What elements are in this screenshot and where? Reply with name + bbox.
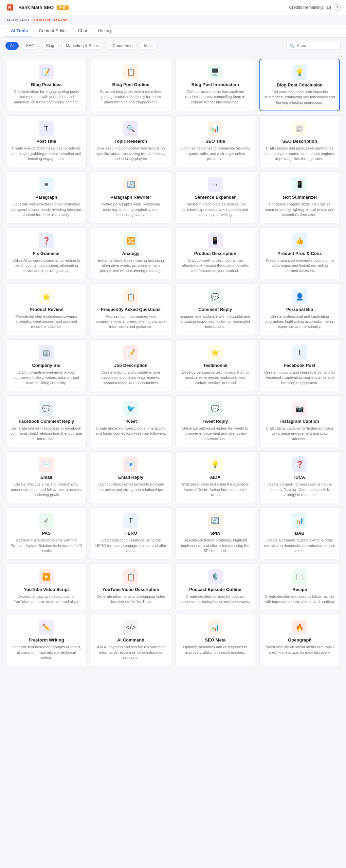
tool-card-job-description[interactable]: 📝Job DescriptionCreate enticing and comp… (91, 339, 171, 391)
tool-card-email[interactable]: ✉️EmailCreate effective emails for promo… (6, 451, 87, 503)
filter-bar: All SEO Blog Marketing & Sales eCommerce… (0, 38, 346, 54)
tool-card-facebook-post[interactable]: fFacebook PostCreate intriguing and shar… (259, 339, 340, 391)
tool-card-blog-post-idea[interactable]: 📝Blog Post IdeaGet fresh ideas for engag… (6, 59, 87, 111)
tool-desc-facebook-comment-reply: Generate relevant responses to Facebook … (11, 426, 82, 441)
tool-card-seo-description[interactable]: 📰SEO DescriptionCraft concise and persua… (259, 115, 340, 167)
tool-card-product-pros-cons[interactable]: 👍Product Pros & ConsPresent balanced ove… (259, 228, 340, 279)
tab-content-editor[interactable]: Content Editor (33, 25, 72, 37)
tool-name-email: Email (40, 475, 52, 480)
tool-name-post-title: Post Title (36, 139, 56, 144)
tool-card-text-summarizer[interactable]: 📱Text SummarizerCondense complex texts i… (259, 171, 340, 223)
tool-name-topic-research: Topic Research (114, 139, 147, 144)
tool-card-podcast-outline[interactable]: 🎙️Podcast Episode OutlineCreate detailed… (175, 564, 256, 610)
filter-ecommerce[interactable]: eCommerce (106, 42, 137, 50)
tool-name-facebook-post: Facebook Post (284, 363, 315, 368)
tool-desc-bab: Create a compelling Before-After-Bridge … (264, 538, 335, 553)
tool-card-paragraph[interactable]: ≡ParagraphGenerate well-structured and i… (6, 171, 87, 223)
tool-name-idca: IDCA (294, 475, 305, 480)
top-bar-left: R Rank Math SEO PRO (5, 3, 69, 12)
filter-all[interactable]: All (5, 42, 19, 50)
help-icon[interactable]: ? (334, 4, 341, 11)
tool-card-facebook-comment-reply[interactable]: 💬Facebook Comment ReplyGenerate relevant… (6, 395, 87, 447)
search-box[interactable]: 🔍 (287, 42, 341, 50)
tool-card-paragraph-rewriter[interactable]: 🔄Paragraph RewriterRefine paragraphs whi… (91, 171, 171, 223)
tool-card-youtube-description[interactable]: 📋YouTube Video DescriptionGenerate infor… (91, 564, 171, 610)
tool-card-blog-post-conclusion[interactable]: 💡Blog Post ConclusionEnd your blog posts… (259, 59, 340, 111)
filter-seo[interactable]: SEO (21, 42, 39, 50)
tool-card-idca[interactable]: ❓IDCACreate compelling messages using th… (259, 451, 340, 503)
tool-desc-testimonial: Develop persuasive testimonials sharing … (180, 370, 251, 386)
tool-card-comment-reply[interactable]: 💬Comment ReplyEngage your audience with … (175, 283, 256, 335)
tool-card-hero[interactable]: THEROCraft captivating headlines using t… (91, 507, 171, 559)
tool-card-freeform-writing[interactable]: ✏️Freeform WritingGenerate text based on… (6, 614, 87, 666)
tool-name-product-pros-cons: Product Pros & Cons (277, 251, 322, 256)
tool-desc-fix-grammar: Utilize AI-powered grammar correction to… (11, 258, 82, 274)
tool-card-pas[interactable]: ✓PASAddress customer problems with the P… (6, 507, 87, 559)
tool-desc-hero: Craft captivating headlines using the HE… (95, 538, 167, 553)
tool-card-instagram-caption[interactable]: 📷Instagram CaptionCraft catchy captions … (259, 395, 340, 447)
tool-card-recipe[interactable]: 🍽️RecipeCreate detailed and easy-to-foll… (259, 564, 340, 610)
breadcrumb-dashboard[interactable]: DASHBOARD (5, 18, 29, 22)
tool-card-post-title[interactable]: TPost TitleCreate eye-catching headlines… (6, 115, 87, 167)
tool-name-youtube-description: YouTube Video Description (102, 587, 159, 592)
tool-card-blog-post-outline[interactable]: 📋Blog Post OutlineStructure blog posts w… (91, 59, 171, 111)
tool-desc-spin: Describe customer problems, highlight im… (180, 538, 251, 553)
tool-card-blog-post-introduction[interactable]: 🖥️Blog Post IntroductionCraft attractive… (175, 59, 256, 111)
breadcrumb: DASHBOARD / CONTENT AI NEW! (0, 15, 346, 25)
tool-card-tweet-reply[interactable]: 💬Tweet ReplyGenerate optimized replies f… (175, 395, 256, 447)
tool-card-email-reply[interactable]: 📧Email ReplyCraft courteous email replie… (91, 451, 171, 503)
tool-name-analogy: Analogy (122, 251, 139, 256)
filter-marketing[interactable]: Marketing & Sales (61, 42, 103, 50)
tool-card-product-description[interactable]: 📱Product DescriptionCraft compelling des… (175, 228, 256, 279)
tool-card-seo-title[interactable]: 📊SEO TitleOptimize headlines for enhance… (175, 115, 256, 167)
tool-card-aida[interactable]: 💡AIDAWrite persuasive text using the Att… (175, 451, 256, 503)
tool-icon-product-pros-cons: 👍 (292, 233, 307, 248)
tool-card-product-review[interactable]: ⭐Product ReviewProvide detailed evaluati… (6, 283, 87, 335)
tool-name-freeform-writing: Freeform Writing (29, 637, 64, 643)
tool-card-personal-bio[interactable]: 👤Personal BioCreate professional and cap… (259, 283, 340, 335)
filter-misc[interactable]: Misc (140, 42, 157, 50)
tool-name-paragraph: Paragraph (35, 195, 57, 200)
tool-card-seo-meta[interactable]: 📊SEO MetaOptimize headlines and descript… (175, 614, 256, 666)
tool-desc-analogy: Enhance clarity by rephrasing text using… (95, 258, 167, 274)
tool-card-spin[interactable]: 🔄SPINDescribe customer problems, highlig… (175, 507, 256, 559)
tool-desc-facebook-post: Create intriguing and shareable content … (264, 370, 335, 386)
tool-icon-testimonial: ⭐ (208, 345, 223, 360)
tool-icon-email-reply: 📧 (123, 457, 138, 472)
tool-card-ai-command[interactable]: </>AI CommandAsk AI anything and receive… (91, 614, 171, 666)
filter-blog[interactable]: Blog (42, 42, 59, 50)
tool-icon-paragraph: ≡ (39, 177, 54, 192)
tool-icon-podcast-outline: 🎙️ (208, 569, 223, 584)
tool-card-sentence-expander[interactable]: ↔️Sentence ExpanderTransform incomplete … (175, 171, 256, 223)
tool-desc-pas: Address customer problems with the Probl… (11, 538, 82, 553)
tool-card-testimonial[interactable]: ⭐TestimonialDevelop persuasive testimoni… (175, 339, 256, 391)
tool-icon-ai-command: </> (123, 620, 138, 635)
tool-card-faq[interactable]: 📋Frequently Asked QuestionsAddress commo… (91, 283, 171, 335)
tool-desc-product-review: Provide detailed evaluations covering st… (11, 314, 82, 330)
tool-card-tweet[interactable]: 🐦TweetCreate engaging tweets, boost inte… (91, 395, 171, 447)
tool-icon-facebook-post: f (292, 345, 307, 360)
tool-card-analogy[interactable]: 🔀AnalogyEnhance clarity by rephrasing te… (91, 228, 171, 279)
tool-desc-product-pros-cons: Present balanced overviews outlining the… (264, 258, 335, 274)
tool-name-personal-bio: Personal Bio (286, 307, 313, 312)
tab-bar: AI Tools Content Editor Chat History (0, 25, 346, 38)
tool-icon-blog-post-outline: 📋 (123, 64, 138, 79)
search-input[interactable] (297, 43, 338, 48)
tool-desc-youtube-description: Generate informative and engaging video … (95, 594, 167, 605)
tool-card-opengraph[interactable]: 🔥OpengraphBoost visibility on social med… (259, 614, 340, 666)
tab-ai-tools[interactable]: AI Tools (5, 25, 33, 37)
tab-chat[interactable]: Chat (72, 25, 92, 37)
tool-card-company-bio[interactable]: 🏢Company BioCraft informative overviews … (6, 339, 87, 391)
top-bar-right: Credits Remaining: 14 ? (289, 4, 341, 11)
tool-card-youtube-script[interactable]: ▶️YouTube Video ScriptDevelop engaging v… (6, 564, 87, 610)
tool-desc-email-reply: Craft courteous email replies to promote… (95, 482, 167, 492)
tool-card-fix-grammar[interactable]: ❓Fix GrammarUtilize AI-powered grammar c… (6, 228, 87, 279)
tool-card-topic-research[interactable]: 🔍Topic ResearchDive deep into comprehens… (91, 115, 171, 167)
tool-desc-tweet: Create engaging tweets, boost interactio… (95, 426, 167, 436)
tool-icon-seo-description: 📰 (292, 121, 307, 136)
tool-card-bab[interactable]: 📊BABCreate a compelling Before-After-Bri… (259, 507, 340, 559)
tool-desc-blog-post-introduction: Craft attractive intros that captivate r… (180, 89, 251, 105)
tool-icon-facebook-comment-reply: 💬 (39, 401, 54, 416)
tab-history[interactable]: History (93, 25, 117, 37)
tool-desc-opengraph: Boost visibility on social media with to… (264, 645, 335, 655)
